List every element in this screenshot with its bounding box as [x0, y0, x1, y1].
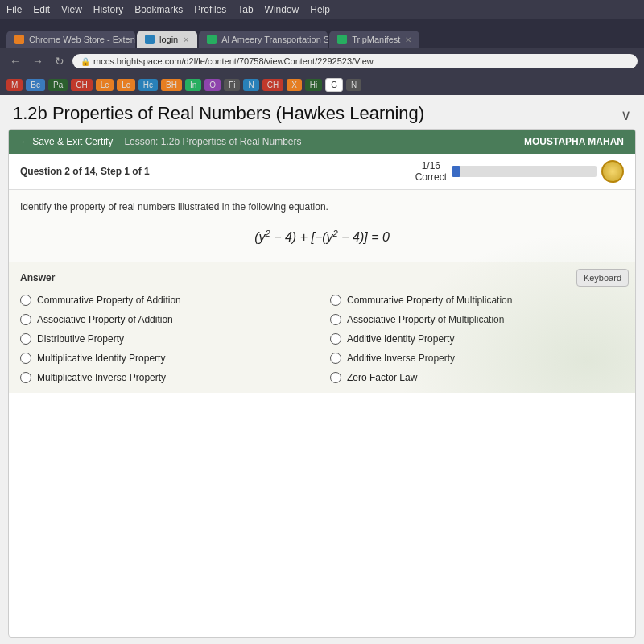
option-mult-identity[interactable]: Multiplicative Identity Property — [20, 353, 314, 364]
radio-associative-mult[interactable] — [330, 314, 341, 325]
tab-favicon-2 — [145, 35, 155, 44]
bookmark-x[interactable]: X — [287, 79, 302, 91]
option-additive-identity[interactable]: Additive Identity Property — [330, 333, 624, 345]
equation-display: (y2 − 4) + [−(y2 − 4)] = 0 — [20, 221, 624, 256]
bookmarks-bar: M Bc Pa CH Lc Lc Hc BH In O Fi N CH X Hi… — [0, 74, 644, 95]
option-label-associative-mult: Associative Property of Multiplication — [347, 314, 504, 325]
bookmark-m[interactable]: M — [6, 79, 23, 91]
menu-window[interactable]: Window — [265, 4, 299, 15]
tab-label-1: Chrome Web Store - Extensio — [29, 35, 135, 44]
radio-associative-add[interactable] — [20, 314, 31, 325]
answer-col-left: Commutative Property of Addition Associa… — [20, 295, 314, 383]
menu-history[interactable]: History — [93, 4, 123, 15]
question-text-area: Identify the property of real numbers il… — [9, 190, 635, 261]
tab-label-3: Al Ameery Transportation Ser — [221, 35, 328, 44]
radio-additive-identity[interactable] — [330, 333, 341, 345]
answer-columns: Commutative Property of Addition Associa… — [20, 295, 624, 383]
menu-view[interactable]: View — [61, 4, 82, 15]
hawkes-header: ← Save & Exit Certify Lesson: 1.2b Prope… — [9, 130, 635, 154]
menu-edit[interactable]: Edit — [33, 4, 50, 15]
option-label-additive-inverse: Additive Inverse Property — [347, 353, 455, 364]
option-label-commutative-mult: Commutative Property of Multiplication — [347, 295, 512, 306]
menu-profiles[interactable]: Profiles — [194, 4, 226, 15]
option-commutative-add[interactable]: Commutative Property of Addition — [20, 295, 314, 306]
address-bar[interactable]: 🔒 mccs.brightspace.com/d2l/le/content/70… — [72, 54, 638, 68]
bookmark-hc[interactable]: Hc — [138, 79, 158, 91]
lock-icon: 🔒 — [80, 57, 90, 66]
option-label-mult-inverse: Multiplicative Inverse Property — [37, 372, 166, 383]
menu-file[interactable]: File — [6, 4, 22, 15]
question-instruction: Identify the property of real numbers il… — [20, 201, 624, 213]
progress-label: Correct — [415, 171, 447, 183]
bookmark-n[interactable]: N — [243, 79, 258, 91]
address-bar-row: ← → ↻ 🔒 mccs.brightspace.com/d2l/le/cont… — [0, 48, 644, 74]
option-distributive[interactable]: Distributive Property — [20, 333, 314, 345]
tab-tripmanifest[interactable]: TripManifest ✕ — [329, 31, 419, 48]
progress-fraction: 1/16 — [415, 160, 447, 171]
save-exit-button[interactable]: ← Save & Exit Certify — [20, 136, 113, 147]
bookmark-hi[interactable]: Hi — [305, 79, 322, 91]
tab-favicon-3 — [207, 35, 217, 44]
menu-bar: File Edit View History Bookmarks Profile… — [0, 0, 644, 19]
tab-login[interactable]: login ✕ — [137, 31, 197, 48]
option-associative-mult[interactable]: Associative Property of Multiplication — [330, 314, 624, 325]
menu-help[interactable]: Help — [310, 4, 330, 15]
radio-distributive[interactable] — [20, 333, 31, 345]
bookmark-lc1[interactable]: Lc — [96, 79, 114, 91]
url-text: mccs.brightspace.com/d2l/le/content/7075… — [93, 56, 374, 66]
keyboard-button[interactable]: Keyboard — [576, 269, 629, 287]
progress-bar-fill — [452, 166, 460, 177]
bookmark-lc2[interactable]: Lc — [117, 79, 135, 91]
bookmark-bh[interactable]: BH — [161, 79, 182, 91]
radio-commutative-add[interactable] — [20, 295, 31, 306]
bookmark-n2[interactable]: N — [346, 79, 361, 91]
bookmark-ch1[interactable]: CH — [71, 79, 92, 91]
question-meta: Question 2 of 14, Step 1 of 1 1/16 Corre… — [9, 154, 635, 190]
option-mult-inverse[interactable]: Multiplicative Inverse Property — [20, 372, 314, 383]
bookmark-pa[interactable]: Pa — [48, 79, 68, 91]
forward-button[interactable]: → — [29, 53, 47, 69]
bookmark-g[interactable]: G — [325, 78, 343, 92]
option-commutative-mult[interactable]: Commutative Property of Multiplication — [330, 295, 624, 306]
bookmark-o[interactable]: O — [204, 79, 221, 91]
lesson-label: Lesson: 1.2b Properties of Real Numbers — [124, 136, 301, 147]
option-zero-factor[interactable]: Zero Factor Law — [330, 372, 624, 383]
menu-tab[interactable]: Tab — [237, 4, 253, 15]
bookmark-fi[interactable]: Fi — [224, 79, 240, 91]
radio-commutative-mult[interactable] — [330, 295, 341, 306]
page-title-bar: 1.2b Properties of Real Numbers (Hawkes … — [0, 95, 644, 129]
tab-favicon-1 — [14, 35, 24, 44]
option-label-commutative-add: Commutative Property of Addition — [37, 295, 181, 306]
tab-label-2: login — [159, 35, 178, 44]
tab-favicon-4 — [337, 35, 347, 44]
progress-area: 1/16 Correct — [415, 160, 624, 183]
radio-mult-identity[interactable] — [20, 353, 31, 364]
chevron-down-icon[interactable]: ∨ — [621, 106, 631, 124]
tab-ameery[interactable]: Al Ameery Transportation Ser ✕ — [199, 31, 328, 48]
bookmark-bc[interactable]: Bc — [26, 79, 45, 91]
menu-bookmarks[interactable]: Bookmarks — [134, 4, 183, 15]
progress-bar-container — [452, 166, 597, 177]
user-label: MOUSTAPHA MAHAN — [524, 136, 624, 147]
back-button[interactable]: ← — [6, 53, 24, 69]
radio-additive-inverse[interactable] — [330, 353, 341, 364]
tab-bar: Chrome Web Store - Extensio ✕ login ✕ Al… — [0, 19, 644, 48]
option-label-additive-identity: Additive Identity Property — [347, 333, 454, 345]
bookmark-ch2[interactable]: CH — [262, 79, 283, 91]
radio-zero-factor[interactable] — [330, 372, 341, 383]
tab-close-2[interactable]: ✕ — [183, 35, 189, 44]
option-label-distributive: Distributive Property — [37, 333, 124, 345]
option-label-mult-identity: Multiplicative Identity Property — [37, 353, 165, 364]
refresh-button[interactable]: ↻ — [52, 53, 68, 69]
option-additive-inverse[interactable]: Additive Inverse Property — [330, 353, 624, 364]
question-label: Question 2 of 14, Step 1 of 1 — [20, 166, 150, 177]
radio-mult-inverse[interactable] — [20, 372, 31, 383]
bookmark-in[interactable]: In — [185, 79, 201, 91]
tab-label-4: TripManifest — [352, 35, 400, 44]
browser-frame: File Edit View History Bookmarks Profile… — [0, 0, 644, 644]
answer-label: Answer — [20, 272, 624, 283]
tab-chrome-extension[interactable]: Chrome Web Store - Extensio ✕ — [6, 31, 135, 48]
tab-close-4[interactable]: ✕ — [405, 35, 411, 44]
option-associative-add[interactable]: Associative Property of Addition — [20, 314, 314, 325]
answer-section: Answer Keyboard Commutative Property of … — [9, 262, 635, 393]
